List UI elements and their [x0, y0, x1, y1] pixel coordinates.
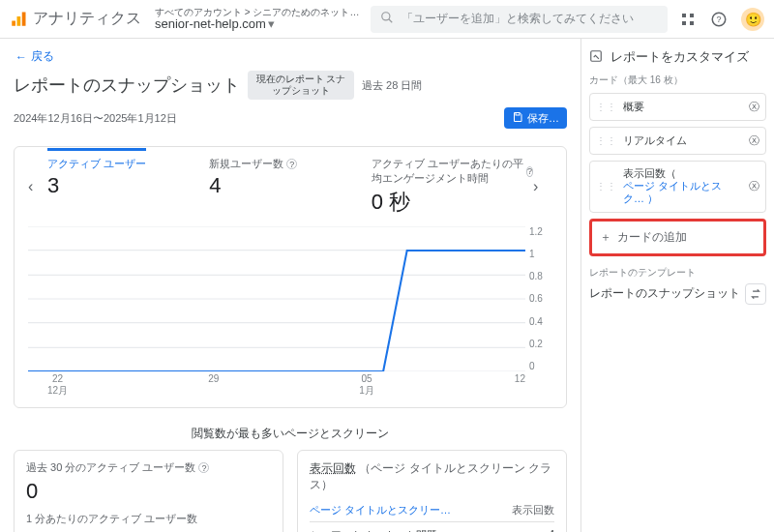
svg-rect-8: [690, 21, 694, 25]
ga-logo: [10, 11, 27, 28]
help-icon[interactable]: ?: [526, 166, 533, 177]
brand-name: アナリティクス: [33, 9, 141, 29]
svg-rect-2: [22, 12, 26, 25]
metrics-prev[interactable]: ‹: [28, 178, 47, 195]
svg-rect-0: [12, 20, 15, 25]
cards-meta: カード（最大 16 枚）: [589, 74, 766, 87]
help-icon[interactable]: ?: [286, 159, 297, 169]
svg-point-3: [382, 13, 390, 20]
arrow-left-icon: ←: [15, 50, 27, 64]
remove-icon[interactable]: ⓧ: [749, 179, 759, 193]
template-label: レポートのテンプレート: [589, 266, 766, 280]
remove-icon[interactable]: ⓧ: [749, 133, 759, 148]
chart-x-axis: 2212月29051月12: [28, 371, 552, 403]
account-domain: senior-net-help.com: [155, 17, 266, 31]
apps-icon[interactable]: [679, 11, 697, 28]
period-range: 2024年12月16日〜2025年1月12日: [14, 111, 177, 126]
overview-card: ‹ アクティブ ユーザー 3 新規ユーザー数 ? 4 アクティブ ユーザーあたり…: [14, 146, 567, 408]
pages-col-right: 表示回数: [512, 503, 554, 517]
account-picker[interactable]: すべてのアカウント > シニアのためのネット… senior-net-help.…: [155, 7, 359, 31]
svg-rect-6: [690, 14, 694, 17]
page-title: レポートのスナップショット: [14, 74, 240, 97]
report-chip: 現在のレポート スナップショット: [248, 71, 354, 100]
search-placeholder: 「ユーザーを追加」と検索してみてください: [402, 11, 634, 27]
help-icon[interactable]: ?: [710, 11, 728, 28]
swap-template-button[interactable]: [745, 283, 766, 305]
drag-handle-icon[interactable]: ⋮⋮: [596, 135, 617, 146]
card-item-views[interactable]: ⋮⋮ 表示回数（ ページ タイトルとスク… ） ⓧ: [589, 161, 766, 213]
svg-rect-5: [682, 14, 686, 17]
save-button[interactable]: 保存…: [504, 107, 567, 129]
add-card-button[interactable]: ＋ カードの追加: [589, 219, 766, 256]
back-label: 戻る: [31, 48, 54, 65]
customize-icon: [589, 49, 603, 66]
save-icon: [512, 111, 523, 125]
svg-rect-1: [17, 16, 21, 26]
drag-handle-icon[interactable]: ⋮⋮: [596, 181, 617, 192]
svg-text:?: ?: [716, 15, 721, 24]
chart-y-axis: 1.210.80.60.40.20: [525, 226, 552, 371]
remove-icon[interactable]: ⓧ: [749, 100, 759, 114]
save-label: 保存…: [527, 112, 559, 124]
search-icon: [380, 11, 394, 27]
side-title: レポートをカスタマイズ: [589, 48, 766, 66]
chevron-down-icon: ▾: [268, 17, 275, 31]
section-subtitle: 閲覧数が最も多いページとスクリーン: [14, 426, 567, 442]
pages-card: 表示回数 （ページ タイトルとスクリーン クラス） ページ タイトルとスクリー……: [297, 450, 567, 532]
metrics-next[interactable]: ›: [533, 178, 552, 195]
metric-engagement[interactable]: アクティブ ユーザーあたりの平均エンゲージメント時間 ? 0 秒: [372, 157, 533, 217]
card-item-overview[interactable]: ⋮⋮ 概要 ⓧ: [589, 93, 766, 121]
svg-rect-7: [682, 21, 686, 25]
svg-rect-11: [516, 113, 520, 116]
drag-handle-icon[interactable]: ⋮⋮: [596, 102, 617, 112]
svg-line-4: [389, 19, 393, 23]
pages-title-a: 表示回数: [310, 461, 356, 475]
card-item-realtime[interactable]: ⋮⋮ リアルタイム ⓧ: [589, 127, 766, 155]
metric-active-users[interactable]: アクティブ ユーザー 3: [47, 157, 209, 198]
metric-new-users[interactable]: 新規ユーザー数 ? 4: [209, 157, 371, 198]
pages-col-left: ページ タイトルとスクリー…: [310, 503, 451, 517]
table-row[interactable]: シニアのためのネット問題… 4: [310, 522, 554, 532]
period-label: 過去 28 日間: [362, 78, 422, 93]
plus-icon: ＋: [600, 229, 611, 246]
template-value: レポートのスナップショット: [589, 285, 740, 302]
back-button[interactable]: ← 戻る: [15, 48, 567, 65]
search-input[interactable]: 「ユーザーを追加」と検索してみてください: [371, 6, 668, 33]
help-icon[interactable]: ?: [198, 462, 209, 473]
realtime-card: 過去 30 分のアクティブ ユーザー数 ? 0 1 分あたりのアクティブ ユーザ…: [14, 450, 283, 532]
avatar[interactable]: 🙂: [741, 8, 764, 31]
line-chart: [28, 226, 525, 371]
